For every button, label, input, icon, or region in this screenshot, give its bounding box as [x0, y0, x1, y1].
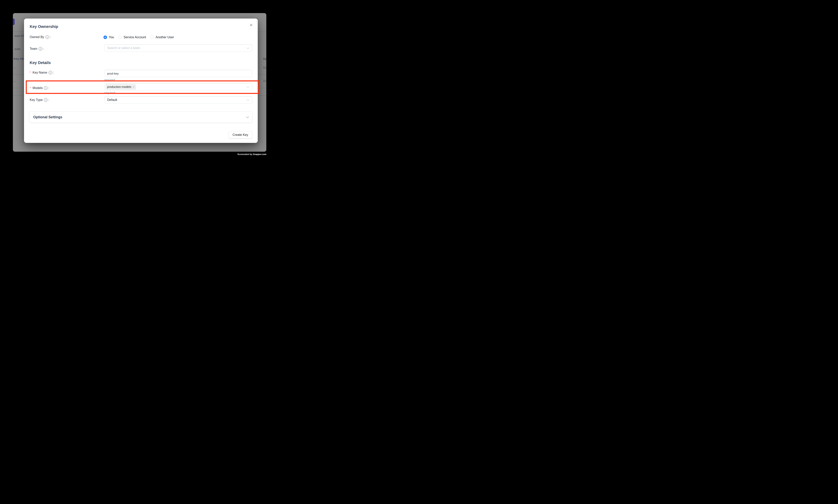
key-name-input[interactable]: prod-key: [104, 70, 252, 77]
background-cell-alias: –: [14, 66, 15, 70]
team-select-placeholder: Search or select a team: [107, 46, 140, 50]
key-details-heading: Key Details: [30, 60, 51, 65]
team-select[interactable]: Search or select a team: [104, 44, 252, 52]
radio-owned-by-you[interactable]: You: [104, 36, 114, 39]
info-icon: i: [46, 35, 49, 39]
key-name-label: *Key Namei:: [30, 71, 54, 74]
radio-owned-by-another-user[interactable]: Another User: [150, 36, 174, 39]
background-cell-updated: 11/: [263, 66, 266, 69]
info-icon: i: [49, 71, 52, 74]
screen: eset Filt sults Key Alia Up – 11/ – 11/ …: [0, 0, 280, 168]
watermark-text: Screenshot by Xnapper.com: [237, 153, 266, 155]
key-type-label: Key Typei:: [30, 98, 49, 102]
team-label: Teami:: [30, 47, 44, 51]
owned-by-radio-group: You Service Account Another User: [104, 36, 174, 39]
radio-owned-by-service-account[interactable]: Service Account: [118, 36, 146, 39]
create-key-button[interactable]: Create Key: [229, 131, 252, 138]
create-key-modal: × Key Ownership Owned Byi: You Service A…: [24, 19, 258, 143]
chevron-down-icon: [246, 98, 250, 101]
chevron-down-icon: [246, 46, 250, 49]
background-results-label: sults: [15, 47, 20, 51]
required-asterisk: *: [30, 86, 31, 89]
optional-settings-label: Optional Settings: [33, 115, 62, 119]
owned-by-label: Owned Byi:: [30, 35, 51, 39]
required-asterisk: *: [30, 71, 31, 74]
info-icon: i: [39, 47, 42, 51]
radio-selected-icon[interactable]: [104, 36, 107, 39]
radio-unselected-icon[interactable]: [118, 36, 122, 39]
key-name-validation-message: required: [104, 78, 115, 82]
info-icon: i: [44, 98, 48, 102]
background-column-header-key-alias: Key Alia: [14, 57, 25, 60]
close-icon[interactable]: ×: [248, 22, 254, 28]
models-selected-tag: production-models ×: [105, 84, 136, 90]
optional-settings-header[interactable]: Optional Settings: [29, 111, 252, 123]
info-icon: i: [44, 86, 48, 90]
models-tag-text: production-models: [107, 85, 131, 88]
background-reset-filters-label: eset Filt: [15, 34, 25, 37]
background-accent-button: [13, 19, 15, 25]
chevron-down-icon: [246, 85, 250, 88]
key-type-value: Default: [107, 98, 117, 102]
key-name-value: prod-key: [107, 72, 119, 75]
models-validation-message: required: [104, 91, 115, 94]
models-select[interactable]: production-models ×: [104, 83, 252, 90]
tag-remove-icon[interactable]: ×: [132, 85, 134, 88]
modal-title: Key Ownership: [30, 24, 58, 29]
models-label: *Modelsi:: [30, 86, 49, 90]
background-column-header-updated: Up: [263, 57, 266, 60]
background-cell-updated: 11/: [263, 79, 266, 83]
chevron-down-icon: [246, 115, 249, 118]
key-type-select[interactable]: Default: [104, 96, 252, 104]
background-cell-alias: –: [14, 79, 15, 83]
radio-unselected-icon[interactable]: [150, 36, 154, 39]
